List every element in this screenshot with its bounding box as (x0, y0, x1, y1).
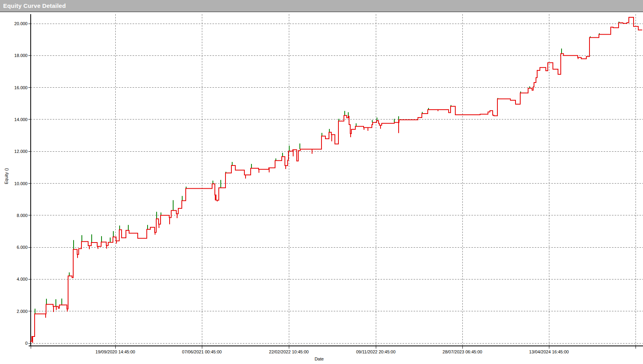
y-tick-label: 6.000 (17, 245, 28, 250)
y-tick-label: 20.000 (14, 21, 28, 26)
y-tick-label: 8.000 (17, 213, 28, 218)
x-tick-label: 13/04/2024 16:45:00 (529, 349, 569, 354)
y-tick-label: 4.000 (17, 277, 28, 281)
y-tick-label: 14.000 (14, 117, 28, 122)
window-titlebar[interactable]: Equity Curve Detailed (0, 0, 643, 12)
equity-curve-window: Equity Curve Detailed 02.0004.0006.0008.… (0, 0, 643, 364)
y-tick-label: 18.000 (14, 53, 28, 58)
x-tick-label: 19/09/2020 14:45:00 (96, 349, 135, 354)
equity-curve-chart: 02.0004.0006.0008.00010.00012.00014.0001… (0, 0, 643, 364)
y-tick-label: 10.000 (14, 181, 28, 186)
x-tick-label: 28/07/2023 06:45:00 (443, 349, 482, 354)
x-tick-label: 09/11/2022 20:45:00 (356, 349, 395, 354)
y-tick-label: 0 (25, 341, 28, 346)
x-tick-label: 22/02/2022 10:45:00 (269, 349, 309, 354)
y-tick-label: 16.000 (14, 85, 28, 90)
y-tick-label: 12.000 (14, 149, 28, 154)
window-title: Equity Curve Detailed (0, 2, 66, 9)
x-tick-label: 07/06/2021 00:45:00 (182, 349, 222, 354)
y-axis-title: Equity () (4, 160, 9, 192)
x-axis-title: Date (307, 357, 331, 362)
equity-line (30, 17, 642, 341)
y-tick-label: 2.000 (17, 309, 28, 314)
